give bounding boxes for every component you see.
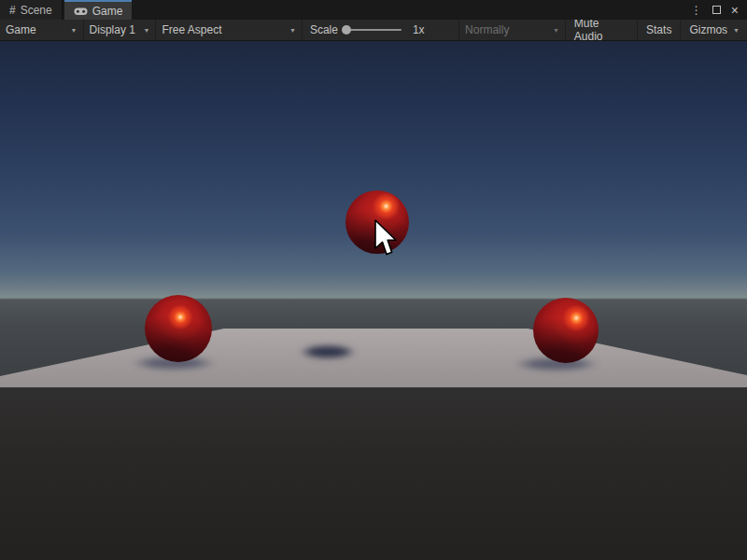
gizmos-label: Gizmos xyxy=(689,23,727,36)
game-view-toolbar: Game ▼ Display 1 ▼ Free Aspect ▼ Scale 1… xyxy=(0,20,747,41)
mute-audio-button[interactable]: Mute Audio xyxy=(566,20,638,40)
close-icon[interactable]: × xyxy=(731,6,739,15)
play-focus-dropdown[interactable]: Normally ▼ xyxy=(458,20,566,40)
scale-label: Scale xyxy=(310,23,338,36)
kebab-menu-icon[interactable]: ⋮ xyxy=(691,4,702,17)
chevron-down-icon: ▼ xyxy=(733,27,740,34)
tab-bar: # Scene Game ⋮ × xyxy=(0,0,747,20)
game-mode-dropdown[interactable]: Game ▼ xyxy=(0,20,84,40)
mouse-cursor xyxy=(374,219,399,260)
scale-slider-thumb[interactable] xyxy=(342,25,351,35)
grid-icon: # xyxy=(9,4,16,17)
scale-slider[interactable] xyxy=(344,29,402,31)
ground-plane xyxy=(0,329,747,387)
display-label: Display 1 xyxy=(90,23,135,36)
game-mode-label: Game xyxy=(6,23,36,36)
gizmos-dropdown[interactable]: Gizmos ▼ xyxy=(681,20,747,40)
chevron-down-icon: ▼ xyxy=(71,27,78,34)
display-dropdown[interactable]: Display 1 ▼ xyxy=(84,20,157,40)
aspect-ratio-dropdown[interactable]: Free Aspect ▼ xyxy=(156,20,302,40)
maximize-icon[interactable] xyxy=(712,6,721,14)
chevron-down-icon: ▼ xyxy=(289,27,296,34)
sphere-left xyxy=(145,295,212,362)
tab-scene[interactable]: # Scene xyxy=(0,0,63,20)
gamepad-icon xyxy=(74,7,88,16)
scale-value: 1x xyxy=(413,23,425,36)
aspect-label: Free Aspect xyxy=(162,23,221,36)
chevron-down-icon: ▼ xyxy=(553,27,559,34)
tab-scene-label: Scene xyxy=(21,4,52,17)
stats-label: Stats xyxy=(646,23,671,36)
tab-game[interactable]: Game xyxy=(64,0,133,20)
window-controls: ⋮ × xyxy=(691,0,747,20)
mute-audio-label: Mute Audio xyxy=(574,17,628,43)
play-focus-label: Normally xyxy=(465,23,509,36)
chevron-down-icon: ▼ xyxy=(144,27,150,34)
tab-game-label: Game xyxy=(92,5,123,18)
sphere-shadow xyxy=(299,344,357,359)
scale-control: Scale 1x xyxy=(303,20,458,40)
sphere-right xyxy=(533,298,599,363)
unity-game-view-window: # Scene Game ⋮ × Game ▼ Display 1 xyxy=(0,0,747,560)
stats-button[interactable]: Stats xyxy=(638,20,681,40)
game-viewport[interactable] xyxy=(0,41,747,560)
